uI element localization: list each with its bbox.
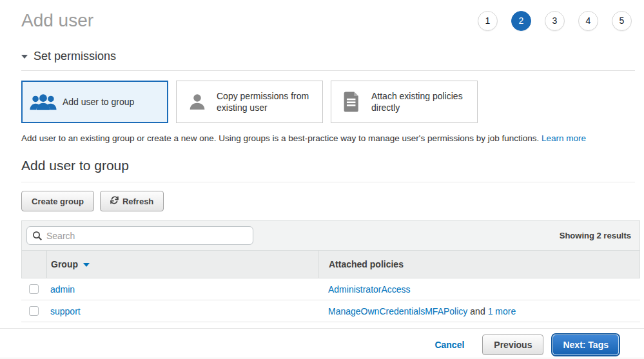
- step-1[interactable]: 1: [478, 11, 498, 31]
- group-column-label: Group: [51, 259, 78, 269]
- card-label: Copy permissions from existing user: [217, 90, 316, 113]
- results-summary: Showing 2 results: [560, 231, 635, 240]
- step-3[interactable]: 3: [545, 11, 565, 31]
- learn-more-link[interactable]: Learn more: [542, 133, 586, 143]
- page-bottom-border: [0, 358, 644, 358]
- step-5[interactable]: 5: [612, 11, 632, 31]
- card-attach-policies[interactable]: Attach existing policies directly: [331, 81, 478, 123]
- document-icon: [338, 92, 366, 112]
- policies-cell: AdministratorAccess: [318, 284, 640, 295]
- row-checkbox-cell: [21, 306, 46, 316]
- group-link[interactable]: support: [50, 306, 81, 316]
- table-action-buttons: Create group Refresh: [21, 191, 644, 211]
- create-group-label: Create group: [32, 197, 84, 206]
- row-checkbox[interactable]: [29, 306, 39, 316]
- create-group-button[interactable]: Create group: [21, 191, 94, 211]
- section-title: Set permissions: [34, 50, 116, 63]
- users-group-icon: [29, 92, 57, 112]
- card-label: Attach existing policies directly: [371, 90, 471, 113]
- collapse-caret-icon: [21, 55, 28, 59]
- table-row: admin AdministratorAccess: [21, 278, 640, 300]
- header-checkbox-column: [22, 251, 47, 278]
- group-cell: admin: [46, 284, 318, 295]
- search-box: [26, 226, 253, 245]
- row-checkbox[interactable]: [29, 284, 39, 294]
- description-text: Add user to an existing group or create …: [21, 133, 539, 143]
- search-input[interactable]: [46, 231, 248, 241]
- permission-option-cards: Add user to group Copy permissions from …: [21, 81, 635, 123]
- policy-joiner-text: and: [470, 306, 485, 316]
- column-header-group[interactable]: Group: [47, 251, 318, 278]
- row-checkbox-cell: [21, 284, 46, 294]
- policy-link[interactable]: ManageOwnCredentialsMFAPolicy: [328, 306, 467, 316]
- policy-link[interactable]: AdministratorAccess: [328, 284, 411, 295]
- policies-cell: ManageOwnCredentialsMFAPolicy and 1 more: [318, 306, 640, 316]
- table-row: support ManageOwnCredentialsMFAPolicy an…: [21, 300, 640, 322]
- sort-descending-icon: [83, 263, 90, 267]
- wizard-footer: Cancel Previous Next: Tags: [0, 329, 644, 355]
- group-cell: support: [46, 306, 318, 316]
- page-title: Add user: [21, 10, 93, 31]
- wizard-header: Add user 1 2 3 4 5: [0, 0, 644, 31]
- table-header-row: Group Attached policies: [21, 250, 640, 278]
- user-icon: [183, 92, 211, 112]
- search-icon: [32, 231, 43, 241]
- column-header-attached-policies: Attached policies: [318, 251, 639, 278]
- refresh-button[interactable]: Refresh: [100, 191, 164, 211]
- next-tags-button[interactable]: Next: Tags: [552, 335, 619, 355]
- refresh-icon: [110, 196, 119, 206]
- card-copy-permissions[interactable]: Copy permissions from existing user: [176, 81, 323, 123]
- add-user-to-group-heading: Add user to group: [21, 158, 635, 182]
- policies-column-label: Attached policies: [329, 259, 404, 269]
- more-policies-link[interactable]: 1 more: [488, 306, 516, 316]
- refresh-label: Refresh: [122, 197, 153, 206]
- section-description: Add user to an existing group or create …: [21, 133, 635, 144]
- wizard-step-indicator: 1 2 3 4 5: [478, 11, 632, 31]
- set-permissions-section-header[interactable]: Set permissions: [21, 50, 635, 71]
- groups-table: Showing 2 results Group Attached policie…: [21, 220, 640, 322]
- step-4[interactable]: 4: [578, 11, 598, 31]
- step-2-active[interactable]: 2: [511, 11, 531, 31]
- table-toolbar: Showing 2 results: [21, 220, 640, 250]
- card-label: Add user to group: [63, 96, 134, 108]
- cancel-link[interactable]: Cancel: [434, 340, 464, 350]
- group-link[interactable]: admin: [50, 284, 75, 295]
- previous-button[interactable]: Previous: [482, 335, 543, 355]
- card-add-user-to-group[interactable]: Add user to group: [21, 81, 168, 123]
